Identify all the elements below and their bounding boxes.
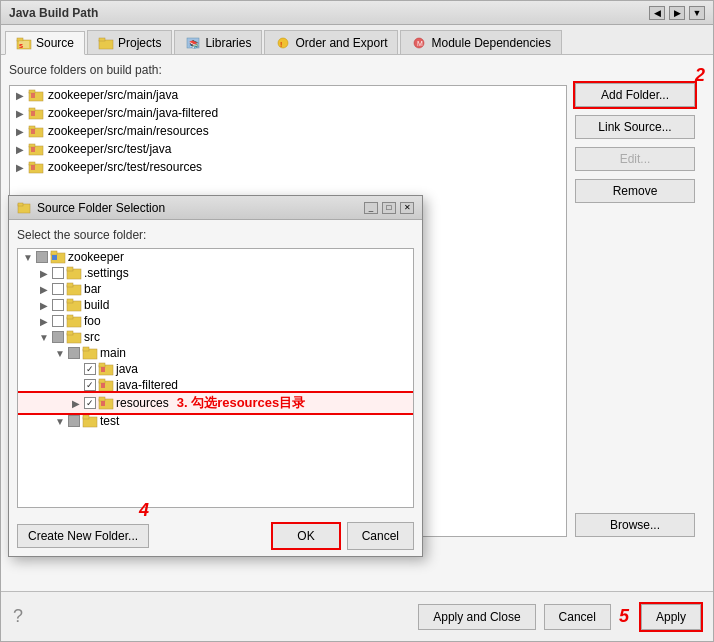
ok-button[interactable]: OK	[271, 522, 340, 550]
svg-rect-37	[67, 299, 73, 303]
section-label: Source folders on build path:	[9, 63, 567, 77]
source-item-4[interactable]: ▶ zookeeper/src/test/resources	[10, 158, 566, 176]
checkbox-src[interactable]	[52, 331, 64, 343]
tab-source[interactable]: S Source	[5, 31, 85, 55]
expander-test[interactable]: ▼	[54, 415, 66, 427]
tabs-bar: S Source Projects 📚 Libraries ! Order an…	[1, 25, 713, 55]
expander-main[interactable]: ▼	[54, 347, 66, 359]
checkbox-resources[interactable]	[84, 397, 96, 409]
dialog-close-btn[interactable]: ✕	[400, 202, 414, 214]
svg-rect-16	[29, 108, 35, 111]
cancel-button-dialog[interactable]: Cancel	[347, 522, 414, 550]
tab-module-dep-label: Module Dependencies	[431, 36, 550, 50]
checkbox-bar[interactable]	[52, 283, 64, 295]
tree-item-bar[interactable]: ▶ bar	[18, 281, 413, 297]
create-new-folder-button[interactable]: Create New Folder...	[17, 524, 149, 548]
svg-text:S: S	[19, 43, 23, 49]
expander-src[interactable]: ▼	[38, 331, 50, 343]
expand-icon-3: ▶	[16, 144, 24, 155]
tree-item-java[interactable]: ▶ java	[18, 361, 413, 377]
dialog-minimize-btn[interactable]: _	[364, 202, 378, 214]
title-bar-controls: ◀ ▶ ▼	[649, 6, 705, 20]
add-folder-button[interactable]: Add Folder...	[575, 83, 695, 107]
tree-label-settings: .settings	[84, 266, 129, 280]
annotation-4: 4	[139, 500, 149, 521]
tree-label-test: test	[100, 414, 119, 428]
tree-item-src[interactable]: ▼ src	[18, 329, 413, 345]
right-panel: 2 Add Folder... Link Source... Edit... R…	[575, 63, 705, 537]
expand-icon-4: ▶	[16, 162, 24, 173]
checkbox-foo[interactable]	[52, 315, 64, 327]
folder-tree[interactable]: ▼ zookeeper ▶ .settings	[17, 248, 414, 508]
expander-resources[interactable]: ▶	[70, 397, 82, 409]
tab-source-label: Source	[36, 36, 74, 50]
expander-build[interactable]: ▶	[38, 299, 50, 311]
expand-icon-0: ▶	[16, 90, 24, 101]
svg-rect-51	[99, 397, 105, 401]
source-item-3[interactable]: ▶ zookeeper/src/test/java	[10, 140, 566, 158]
src-folder-icon-2	[28, 124, 44, 138]
dialog-maximize-btn[interactable]: □	[382, 202, 396, 214]
source-tab-icon: S	[16, 36, 32, 50]
svg-rect-22	[29, 144, 35, 147]
tree-label-zookeeper: zookeeper	[68, 250, 124, 264]
svg-rect-33	[67, 267, 73, 271]
source-item-1[interactable]: ▶ zookeeper/src/main/java-filtered	[10, 104, 566, 122]
window-title: Java Build Path	[9, 6, 98, 20]
tab-libraries[interactable]: 📚 Libraries	[174, 30, 262, 54]
tab-projects-label: Projects	[118, 36, 161, 50]
checkbox-java-filtered[interactable]	[84, 379, 96, 391]
tab-projects[interactable]: Projects	[87, 30, 172, 54]
apply-button[interactable]: Apply	[641, 604, 701, 630]
tab-order-export[interactable]: ! Order and Export	[264, 30, 398, 54]
apply-close-button[interactable]: Apply and Close	[418, 604, 535, 630]
svg-rect-46	[101, 367, 105, 372]
cancel-button-main[interactable]: Cancel	[544, 604, 611, 630]
checkbox-test[interactable]	[68, 415, 80, 427]
svg-rect-54	[83, 415, 89, 419]
expander-zookeeper[interactable]: ▼	[22, 251, 34, 263]
nav-down-btn[interactable]: ▼	[689, 6, 705, 20]
expand-icon-1: ▶	[16, 108, 24, 119]
checkbox-java[interactable]	[84, 363, 96, 375]
svg-rect-28	[18, 203, 23, 206]
folder-icon-build	[66, 298, 82, 312]
nav-back-btn[interactable]: ◀	[649, 6, 665, 20]
folder-icon-settings	[66, 266, 82, 280]
link-source-button[interactable]: Link Source...	[575, 115, 695, 139]
expand-icon-2: ▶	[16, 126, 24, 137]
checkbox-main[interactable]	[68, 347, 80, 359]
src-folder-icon-java-filtered	[98, 378, 114, 392]
svg-rect-35	[67, 283, 73, 287]
nav-forward-btn[interactable]: ▶	[669, 6, 685, 20]
checkbox-settings[interactable]	[52, 267, 64, 279]
svg-rect-20	[31, 129, 35, 134]
tree-item-java-filtered[interactable]: ▶ java-filtered	[18, 377, 413, 393]
edit-button[interactable]: Edit...	[575, 147, 695, 171]
source-item-0[interactable]: ▶ zookeeper/src/main/java	[10, 86, 566, 104]
expander-settings[interactable]: ▶	[38, 267, 50, 279]
tree-item-foo[interactable]: ▶ foo	[18, 313, 413, 329]
checkbox-zookeeper[interactable]	[36, 251, 48, 263]
tree-item-test[interactable]: ▼ test	[18, 413, 413, 429]
source-path-4: zookeeper/src/test/resources	[48, 160, 202, 174]
tree-item-settings[interactable]: ▶ .settings	[18, 265, 413, 281]
source-item-2[interactable]: ▶ zookeeper/src/main/resources	[10, 122, 566, 140]
svg-text:M: M	[417, 40, 423, 47]
remove-button[interactable]: Remove	[575, 179, 695, 203]
dialog-title-bar: Source Folder Selection _ □ ✕	[9, 196, 422, 220]
checkbox-build[interactable]	[52, 299, 64, 311]
tree-item-resources[interactable]: ▶ resources 3. 勾选resources目录	[18, 393, 413, 413]
tree-item-main[interactable]: ▼ main	[18, 345, 413, 361]
src-folder-icon-resources	[98, 396, 114, 410]
annotation-2: 2	[695, 65, 705, 86]
expander-bar[interactable]: ▶	[38, 283, 50, 295]
svg-rect-1	[17, 38, 23, 41]
tree-item-build[interactable]: ▶ build	[18, 297, 413, 313]
help-icon[interactable]: ?	[13, 606, 23, 627]
browse-button[interactable]: Browse...	[575, 513, 695, 537]
expander-foo[interactable]: ▶	[38, 315, 50, 327]
svg-rect-4	[99, 40, 113, 49]
tab-module-dep[interactable]: M Module Dependencies	[400, 30, 561, 54]
tree-item-zookeeper[interactable]: ▼ zookeeper	[18, 249, 413, 265]
